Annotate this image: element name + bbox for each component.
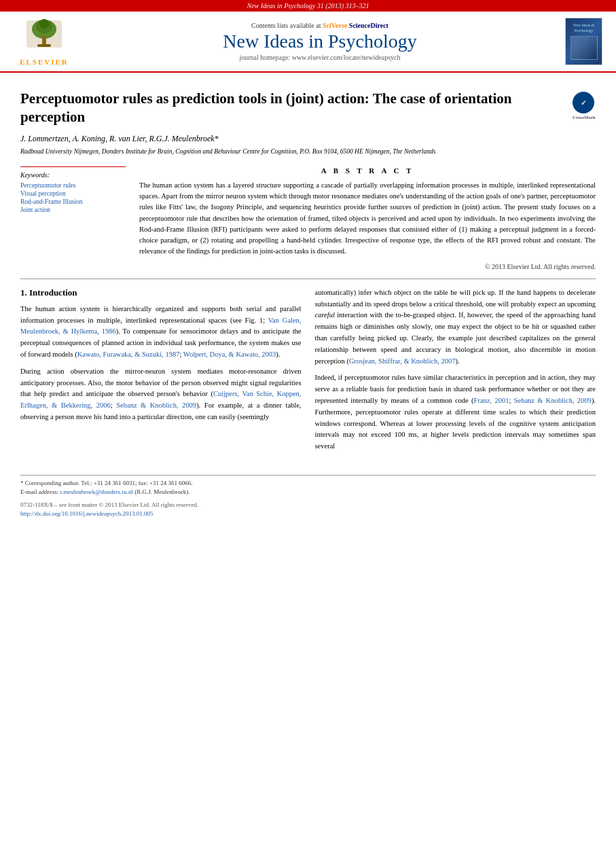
journal-header: ELSEVIER Contents lists available at Sci…: [0, 12, 616, 73]
keyword-2: Visual perception: [20, 190, 126, 197]
crossmark-icon: ✓: [573, 92, 594, 113]
section-title-text: Introduction: [29, 287, 77, 298]
article-title-row: Perceptuomotor rules as prediction tools…: [20, 90, 596, 127]
content-area: Perceptuomotor rules as prediction tools…: [0, 73, 616, 468]
abstract-body: The human action system has a layered st…: [139, 180, 596, 257]
keyword-1: Perceptuomotor rules: [20, 182, 126, 189]
copyright-line: © 2013 Elsevier Ltd. All rights reserved…: [139, 263, 596, 270]
crossmark-badge: ✓ CrossMark: [573, 92, 596, 113]
affiliation-text: Radboud University Nijmegen, Donders Ins…: [20, 147, 596, 156]
svg-point-3: [39, 19, 49, 29]
ref-sebanz[interactable]: Sebanz & Knoblich, 2009: [116, 401, 196, 409]
body-right-column: automatically) infer which object on the…: [315, 287, 596, 458]
article-title-text: Perceptuomotor rules as prediction tools…: [20, 90, 566, 127]
intro-paragraph-2: During action observation the mirror-neu…: [20, 366, 302, 423]
cover-title-2: Psychology: [574, 29, 593, 33]
right-paragraph-2: Indeed, if perceptuomotor rules have sim…: [315, 372, 596, 452]
section-divider: [20, 279, 596, 279]
body-left-column: 1. Introduction The human action system …: [20, 287, 302, 458]
abstract-column: A B S T R A C T The human action system …: [139, 166, 596, 270]
svg-rect-5: [37, 44, 51, 47]
elsevier-logo: ELSEVIER: [14, 17, 75, 66]
keyword-3: Rod-and-Frame Illusion: [20, 198, 126, 205]
keywords-column: Keywords: Perceptuomotor rules Visual pe…: [20, 166, 126, 270]
right-paragraph-1: automatically) infer which object on the…: [315, 287, 596, 368]
authors-line: J. Lommertzen, A. Koning, R. van Lier, R…: [20, 134, 596, 144]
section-number: 1.: [20, 287, 27, 298]
email-link[interactable]: r.meulenbroek@donders.ru.nl: [60, 488, 133, 495]
doi-anchor[interactable]: http://dx.doi.org/10.1016/j.newideapsych…: [20, 510, 153, 517]
journal-title: New Ideas in Psychology: [81, 31, 558, 52]
license-text: 0732-118X/$ – see front matter © 2013 El…: [20, 501, 596, 510]
ref-sebanz2[interactable]: Sebanz & Knoblich, 2009: [514, 397, 592, 404]
keywords-label: Keywords:: [20, 171, 126, 179]
elsevier-tree-icon: [20, 17, 69, 56]
ref-franz[interactable]: Franz, 2001: [474, 397, 509, 404]
corresponding-author-footnote: * Corresponding author. Tel.: +31 24 361…: [20, 479, 596, 488]
footer-section: * Corresponding author. Tel.: +31 24 361…: [20, 475, 596, 497]
intro-paragraph-1: The human action system is hierarchicall…: [20, 304, 302, 361]
cover-title-1: New Ideas in: [573, 23, 595, 27]
elsevier-brand-text: ELSEVIER: [20, 58, 69, 66]
abstract-title: A B S T R A C T: [139, 166, 596, 175]
email-name: (R.G.J. Meulenbroek).: [133, 488, 189, 495]
crossmark-label: CrossMark: [573, 115, 596, 121]
sciverse-text: SciVerse: [323, 22, 347, 29]
journal-homepage: journal homepage: www.elsevier.com/locat…: [81, 54, 558, 61]
keyword-4: Joint action: [20, 207, 126, 213]
email-label: E-mail address:: [20, 488, 60, 495]
journal-cover-thumbnail: New Ideas in Psychology: [565, 18, 602, 65]
ref-kawato[interactable]: Kawato, Furawaka, & Suzuki, 1987: [77, 351, 180, 358]
abstract-keywords-section: Keywords: Perceptuomotor rules Visual pe…: [20, 166, 596, 270]
doi-link: http://dx.doi.org/10.1016/j.newideapsych…: [20, 509, 596, 519]
ref-vangalen[interactable]: Van Galen, Meulenbroek, & Hylkema, 1986: [20, 317, 302, 336]
email-footnote: E-mail address: r.meulenbroek@donders.ru…: [20, 488, 596, 497]
sciencedirect-text: ScienceDirect: [349, 22, 388, 29]
corresponding-author-text: * Corresponding author. Tel.: +31 24 361…: [20, 480, 193, 486]
journal-center-header: Contents lists available at SciVerse Sci…: [81, 22, 558, 61]
sciverse-line: Contents lists available at SciVerse Sci…: [81, 22, 558, 29]
keywords-section: Keywords: Perceptuomotor rules Visual pe…: [20, 166, 126, 213]
journal-citation-bar: New Ideas in Psychology 31 (2013) 313–32…: [0, 0, 616, 12]
ref-grosjean[interactable]: Grosjean, Shiffrar, & Knoblich, 2007: [349, 357, 456, 365]
svg-rect-4: [42, 36, 46, 46]
contents-available-text: Contents lists available at: [251, 22, 321, 29]
introduction-heading: 1. Introduction: [20, 287, 302, 298]
journal-citation: New Ideas in Psychology 31 (2013) 313–32…: [247, 2, 369, 10]
ref-wolpert[interactable]: Wolpert, Doya, & Kawato, 2003: [183, 351, 276, 358]
bottom-footer: 0732-118X/$ – see front matter © 2013 El…: [20, 501, 596, 519]
main-body: 1. Introduction The human action system …: [20, 287, 596, 458]
